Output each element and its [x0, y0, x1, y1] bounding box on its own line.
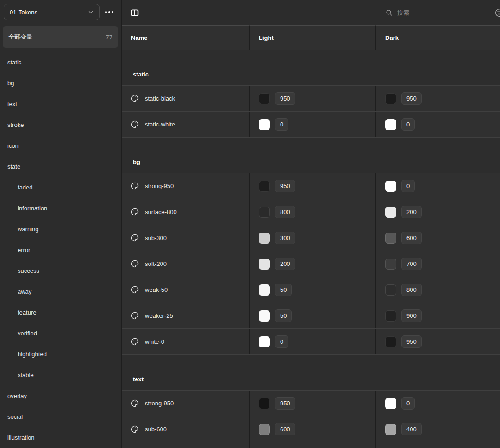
- value-chip[interactable]: 950: [275, 180, 295, 192]
- dark-value-cell: 950: [375, 329, 500, 354]
- value-chip[interactable]: 50: [275, 309, 292, 322]
- value-chip[interactable]: 0: [401, 180, 415, 192]
- value-chip[interactable]: 300: [275, 232, 295, 244]
- sidebar-item-bg[interactable]: bg: [0, 73, 121, 94]
- color-swatch[interactable]: [385, 207, 396, 218]
- variable-name-cell[interactable]: sub-600: [122, 416, 249, 442]
- sidebar-item-overlay[interactable]: overlay: [0, 385, 121, 406]
- sidebar-item-state[interactable]: state: [0, 156, 121, 177]
- search-input[interactable]: [397, 9, 500, 16]
- variable-name-cell[interactable]: static-black: [122, 86, 249, 111]
- value-chip[interactable]: 950: [275, 397, 295, 410]
- more-options-button[interactable]: [101, 4, 117, 20]
- sidebar-toggle-button[interactable]: [130, 8, 140, 18]
- value-chip[interactable]: 400: [401, 423, 422, 435]
- sidebar-item-verified[interactable]: verified: [0, 323, 121, 344]
- table-row[interactable]: strong-9509500: [122, 173, 500, 199]
- sidebar-item-stroke[interactable]: stroke: [0, 114, 121, 135]
- color-swatch[interactable]: [259, 207, 270, 218]
- sidebar-item-icon[interactable]: icon: [0, 135, 121, 156]
- variable-name-cell[interactable]: soft-200: [122, 251, 249, 277]
- search-bar: [384, 0, 500, 25]
- panel-layout-icon: [130, 8, 140, 18]
- value-chip[interactable]: 0: [401, 397, 415, 410]
- table-row[interactable]: sub-600600400: [122, 416, 500, 442]
- value-chip[interactable]: 50: [275, 284, 292, 296]
- value-chip[interactable]: 900: [401, 309, 422, 322]
- variable-name-cell[interactable]: strong-950: [122, 391, 249, 416]
- table-row[interactable]: white-00950: [122, 329, 500, 355]
- value-chip[interactable]: 950: [275, 92, 295, 105]
- table-row[interactable]: soft-200200700: [122, 251, 500, 277]
- table-body: static static-black950950 static-white00…: [122, 50, 500, 448]
- sidebar-item-stable[interactable]: stable: [0, 365, 121, 385]
- color-swatch[interactable]: [385, 398, 396, 409]
- color-swatch[interactable]: [259, 336, 270, 347]
- all-variables-label: 全部变量: [8, 33, 32, 41]
- sidebar-item-success[interactable]: success: [0, 260, 121, 281]
- color-swatch[interactable]: [385, 424, 396, 435]
- variable-name-cell[interactable]: weaker-25: [122, 303, 249, 328]
- sidebar-item-highlighted[interactable]: highlighted: [0, 344, 121, 365]
- collection-dropdown[interactable]: 01-Tokens: [4, 4, 100, 20]
- variable-name-cell[interactable]: white-0: [122, 329, 249, 354]
- sidebar-item-warning[interactable]: warning: [0, 219, 121, 240]
- value-chip[interactable]: 600: [275, 423, 295, 435]
- value-chip[interactable]: 800: [275, 206, 295, 218]
- color-swatch[interactable]: [259, 424, 270, 435]
- color-swatch[interactable]: [385, 233, 396, 244]
- table-row[interactable]: weak-5050800: [122, 277, 500, 303]
- table-row[interactable]: static-white00: [122, 112, 500, 138]
- color-swatch[interactable]: [259, 310, 270, 322]
- variable-name-cell[interactable]: static-white: [122, 112, 249, 137]
- color-swatch[interactable]: [385, 336, 396, 347]
- variable-name-cell[interactable]: surface-800: [122, 199, 249, 225]
- value-chip[interactable]: 950: [401, 335, 422, 348]
- sidebar-item-all-variables[interactable]: 全部变量 77: [3, 26, 118, 48]
- color-swatch[interactable]: [259, 259, 270, 270]
- variable-name-cell[interactable]: sub-300: [122, 225, 249, 251]
- sidebar-item-faded[interactable]: faded: [0, 177, 121, 198]
- sidebar-item-feature[interactable]: feature: [0, 302, 121, 323]
- value-chip[interactable]: 600: [401, 232, 422, 244]
- table-row[interactable]: weaker-2550900: [122, 303, 500, 329]
- light-value-cell: 50: [249, 303, 375, 328]
- filter-icon[interactable]: [494, 8, 500, 18]
- color-swatch[interactable]: [259, 284, 270, 296]
- value-chip[interactable]: 950: [401, 92, 422, 105]
- color-swatch[interactable]: [385, 284, 396, 296]
- color-swatch[interactable]: [259, 398, 270, 409]
- color-swatch[interactable]: [385, 119, 396, 130]
- variable-name-cell[interactable]: strong-950: [122, 173, 249, 199]
- color-swatch[interactable]: [259, 119, 270, 130]
- sidebar-item-error[interactable]: error: [0, 240, 121, 260]
- palette-icon: [131, 260, 139, 268]
- color-swatch[interactable]: [385, 310, 396, 322]
- variable-name-cell[interactable]: weak-50: [122, 277, 249, 303]
- value-chip[interactable]: 700: [401, 258, 422, 270]
- table-row[interactable]: strong-9509500: [122, 391, 500, 416]
- table-row[interactable]: static-black950950: [122, 86, 500, 112]
- value-chip[interactable]: 0: [275, 118, 288, 131]
- sidebar-item-away[interactable]: away: [0, 281, 121, 302]
- sidebar-item-illustration[interactable]: illustration: [0, 427, 121, 448]
- value-chip[interactable]: 0: [401, 118, 415, 131]
- color-swatch[interactable]: [385, 259, 396, 270]
- color-swatch[interactable]: [385, 93, 396, 104]
- color-swatch[interactable]: [259, 233, 270, 244]
- color-swatch[interactable]: [259, 93, 270, 104]
- sidebar-item-social[interactable]: social: [0, 406, 121, 427]
- sidebar-item-text[interactable]: text: [0, 94, 121, 114]
- table-row[interactable]: surface-800800200: [122, 199, 500, 225]
- table-row-partial: [122, 442, 500, 448]
- sidebar-item-static[interactable]: static: [0, 52, 121, 73]
- table-row[interactable]: sub-300300600: [122, 225, 500, 251]
- variable-name: strong-950: [145, 400, 174, 407]
- value-chip[interactable]: 0: [275, 335, 288, 348]
- color-swatch[interactable]: [385, 181, 396, 192]
- value-chip[interactable]: 200: [401, 206, 422, 218]
- value-chip[interactable]: 200: [275, 258, 295, 270]
- value-chip[interactable]: 800: [401, 284, 422, 296]
- color-swatch[interactable]: [259, 181, 270, 192]
- sidebar-item-information[interactable]: information: [0, 198, 121, 219]
